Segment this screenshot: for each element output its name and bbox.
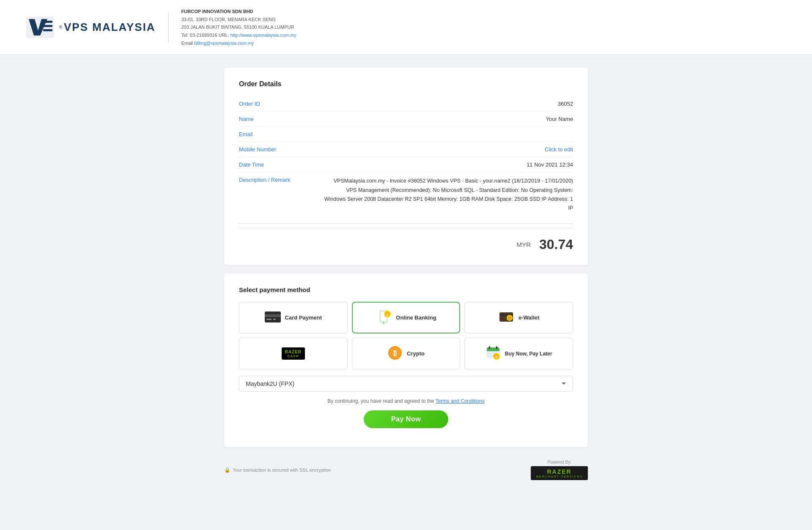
- svg-rect-8: [273, 319, 276, 320]
- terms-prefix: By continuing, you have read and agreed …: [327, 398, 434, 404]
- terms-text-area: By continuing, you have read and agreed …: [239, 398, 573, 404]
- order-row-label: Email: [239, 131, 324, 137]
- security-text-area: 🔒 Your transaction is secured with SSL e…: [224, 467, 331, 473]
- card-payment-label: Card Payment: [285, 314, 322, 321]
- logo-text-area: ® VPS MALAYSIA: [59, 21, 156, 34]
- payment-method-ewallet[interactable]: e-Wallet: [464, 302, 573, 333]
- order-row-label: Description / Remark: [239, 177, 324, 183]
- header-divider: [168, 13, 169, 42]
- order-row: Description / RemarkVPSMalaysia.com.my -…: [239, 172, 573, 217]
- svg-point-11: [383, 322, 384, 324]
- razercash-icon: RAZER CASH: [282, 347, 305, 360]
- svg-text:$: $: [496, 355, 498, 359]
- svg-rect-26: [487, 350, 499, 351]
- svg-rect-27: [489, 346, 490, 349]
- order-row-label: Name: [239, 116, 324, 122]
- page-footer: 🔒 Your transaction is secured with SSL e…: [216, 460, 596, 497]
- svg-rect-6: [265, 314, 281, 317]
- page-header: ® VPS MALAYSIA FURCOP INNOVATION SDN BHD…: [0, 0, 812, 55]
- payment-method-bnpl[interactable]: $ Buy Now, Pay Later: [464, 338, 573, 369]
- bank-select-wrapper: Maybank2U (FPX)CIMB Clicks (FPX)Public B…: [239, 376, 573, 392]
- online-banking-icon: $: [376, 309, 392, 326]
- svg-point-19: [508, 317, 509, 318]
- order-amount: 30.74: [539, 237, 573, 252]
- svg-rect-2: [43, 21, 52, 23]
- company-email-label: Email: [181, 41, 193, 46]
- crypto-icon: ₿: [387, 345, 403, 362]
- terms-link[interactable]: Terms and Conditions: [436, 398, 485, 404]
- payment-method-online-banking[interactable]: $ Online Banking: [352, 302, 461, 333]
- company-address1: 33-01, 33RD FLOOR, MENARA KECK SENG: [181, 17, 276, 22]
- order-row-value: VPSMalaysia.com.my - Invoice #36052 Wind…: [324, 177, 573, 213]
- pay-now-button[interactable]: Pay Now: [364, 410, 448, 428]
- order-row-label: Order ID: [239, 101, 324, 107]
- main-content: Order Details Order ID36052NameYour Name…: [216, 68, 596, 447]
- crypto-label: Crypto: [407, 350, 425, 357]
- svg-rect-7: [266, 319, 272, 320]
- order-row: Email: [239, 127, 573, 142]
- company-url-link[interactable]: http://www.vpsmalaysia.com.my: [230, 33, 296, 38]
- svg-point-18: [507, 316, 512, 320]
- svg-rect-3: [43, 25, 52, 27]
- payment-section-title: Select payment method: [239, 286, 573, 293]
- powered-by-label: Powered By:: [547, 460, 571, 464]
- order-row-value: Your Name: [324, 116, 573, 122]
- order-rows-container: Order ID36052NameYour NameEmailMobile Nu…: [239, 96, 573, 217]
- card-payment-icon: [265, 311, 281, 324]
- company-info: FURCOP INNOVATION SDN BHD 33-01, 33RD FL…: [181, 8, 296, 47]
- ewallet-label: e-Wallet: [518, 314, 539, 321]
- online-banking-label: Online Banking: [396, 314, 436, 321]
- company-name: FURCOP INNOVATION SDN BHD: [181, 9, 253, 14]
- lock-icon: 🔒: [224, 467, 230, 473]
- razer-merchant-label: MERCHANT SERVICES: [536, 475, 583, 478]
- payment-methods-grid: Card Payment $ Online Banki: [239, 302, 573, 369]
- svg-point-20: [510, 317, 511, 318]
- order-total-row: MYR 30.74: [239, 228, 573, 252]
- razer-label: RAZER: [547, 468, 572, 475]
- company-email-link[interactable]: billing@vpsmalaysia.com.my: [194, 41, 254, 46]
- svg-text:$: $: [387, 313, 389, 317]
- order-row: NameYour Name: [239, 112, 573, 127]
- ewallet-icon: [498, 309, 514, 326]
- order-row: Order ID36052: [239, 96, 573, 112]
- vps-logo-icon: [25, 16, 55, 39]
- order-row: Mobile NumberClick to edit: [239, 142, 573, 157]
- order-details-card: Order Details Order ID36052NameYour Name…: [224, 68, 588, 265]
- order-section-title: Order Details: [239, 80, 573, 88]
- bnpl-icon: $: [486, 345, 501, 362]
- bnpl-label: Buy Now, Pay Later: [505, 351, 552, 357]
- company-address2: 203 JALAN BUKIT BINTANG, 55100 KUALA LUM…: [181, 25, 294, 30]
- order-currency: MYR: [517, 241, 531, 248]
- svg-rect-28: [496, 346, 497, 349]
- company-tel: Tel: 03-21699316: [181, 33, 217, 38]
- company-url-label: URL:: [219, 33, 230, 38]
- svg-text:₿: ₿: [393, 350, 397, 357]
- bank-dropdown[interactable]: Maybank2U (FPX)CIMB Clicks (FPX)Public B…: [239, 376, 573, 392]
- logo-registered-symbol: ®: [59, 25, 62, 30]
- svg-rect-4: [43, 29, 52, 31]
- order-row-label: Mobile Number: [239, 146, 324, 153]
- order-row-label: Date Time: [239, 161, 324, 168]
- order-row-value[interactable]: Click to edit: [324, 146, 573, 153]
- payment-method-crypto[interactable]: ₿ Crypto: [352, 338, 461, 369]
- payment-section: Select payment method Card Payment: [224, 273, 588, 447]
- logo-area: ® VPS MALAYSIA: [25, 16, 156, 39]
- order-row-value: 11 Nov 2021 12:34: [324, 161, 573, 168]
- payment-method-card[interactable]: Card Payment: [239, 302, 348, 333]
- order-row-value: 36052: [324, 101, 573, 107]
- payment-method-razercash[interactable]: RAZER CASH: [239, 338, 348, 369]
- security-text: Your transaction is secured with SSL enc…: [233, 467, 331, 473]
- order-row: Date Time11 Nov 2021 12:34: [239, 157, 573, 172]
- logo-text: VPS MALAYSIA: [64, 21, 156, 33]
- powered-by-area: Powered By: RAZER MERCHANT SERVICES: [531, 460, 588, 480]
